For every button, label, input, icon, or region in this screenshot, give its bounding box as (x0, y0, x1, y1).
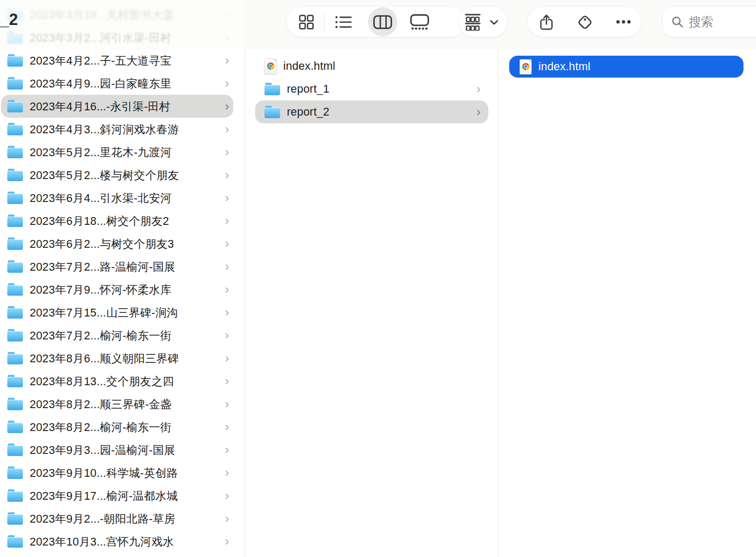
chevron-right-icon: › (222, 141, 232, 163)
folder-icon (7, 466, 23, 479)
file-name: report_1 (287, 83, 473, 96)
folder-icon (7, 398, 23, 410)
chevron-right-icon: › (222, 393, 232, 415)
view-switcher (286, 7, 466, 37)
tag-icon (576, 14, 594, 31)
column-view-icon (373, 15, 393, 30)
folder-icon (7, 444, 23, 456)
group-by-button[interactable] (458, 7, 508, 37)
folder-icon (7, 214, 23, 227)
column-folders: 2023年3月19...关村图书大厦 › 2023年3月2...河引水渠-田村 … (0, 3, 245, 553)
chevron-right-icon: › (222, 72, 232, 95)
more-button[interactable] (612, 10, 635, 33)
folder-row[interactable]: 2023年6月4...引水渠-北安河 › (0, 186, 245, 209)
file-name: 2023年8月6...顺义朝阳三界碑 (30, 351, 222, 366)
folder-row[interactable]: 2023年6月18...树交个朋友2 › (0, 209, 245, 232)
separator (324, 12, 325, 31)
folder-row[interactable]: 2023年5月2...楼与树交个朋友 › (0, 163, 245, 186)
file-name: index.html (538, 60, 746, 73)
folder-row[interactable]: 2023年9月3...园-温榆河-国展 › (0, 438, 245, 461)
folder-row[interactable]: 2023年7月2...路-温榆河-国展 › (0, 255, 245, 278)
folder-row[interactable]: report_1 › (245, 78, 498, 100)
file-name: 2023年8月2...顺三界碑-金盏 (30, 397, 222, 412)
file-name: 2023年9月17...榆河-温都水城 (30, 488, 222, 503)
folder-row[interactable]: 2023年9月17...榆河-温都水城 › (0, 484, 245, 507)
file-name: 2023年9月3...园-温榆河-国展 (30, 442, 222, 458)
folder-icon (264, 83, 280, 95)
ellipsis-icon (616, 20, 631, 24)
chevron-right-icon: › (222, 163, 232, 186)
file-name: 2023年7月2...路-温榆河-国展 (30, 259, 222, 274)
share-icon (539, 14, 554, 31)
chevron-down-icon (489, 19, 499, 26)
toolbar: _2 (0, 0, 756, 49)
folder-row[interactable]: 2023年8月13...交个朋友之四 › (0, 370, 245, 393)
file-name: 2023年4月2...子-五大道寻宝 (30, 53, 222, 68)
folder-row[interactable]: 2023年10月3...宫怀九河戏水 › (0, 530, 245, 553)
folder-icon (264, 106, 280, 118)
chevron-right-icon: › (222, 186, 232, 209)
file-name: 2023年6月18...树交个朋友2 (30, 213, 222, 229)
chevron-right-icon: › (222, 370, 232, 393)
search-icon (671, 16, 684, 29)
toolbar-background (0, 0, 245, 49)
chevron-right-icon: › (222, 507, 232, 530)
folder-row[interactable]: 2023年6月2...与树交个朋友3 › (0, 232, 245, 255)
chevron-right-icon: › (222, 415, 232, 438)
folder-row[interactable]: 2023年4月9...园-白家疃东里 › (0, 72, 245, 95)
file-name: 2023年6月2...与树交个朋友3 (30, 236, 222, 251)
chevron-right-icon: › (222, 347, 232, 370)
file-name: 2023年4月16...-永引渠-田村 (30, 99, 222, 114)
folder-row[interactable]: 2023年4月2...子-五大道寻宝 › (0, 49, 245, 72)
file-name: 2023年4月3...斜河涧戏水春游 (30, 122, 222, 137)
gallery-view-icon (410, 14, 430, 31)
folder-row[interactable]: 2023年7月15...山三界碑-涧沟 › (0, 301, 245, 324)
icon-view-button[interactable] (295, 10, 318, 33)
column-divider[interactable] (498, 49, 499, 557)
column-view-button[interactable] (371, 10, 394, 33)
folder-row[interactable]: report_2 › (245, 100, 498, 123)
chevron-right-icon: › (222, 301, 232, 324)
folder-icon (7, 169, 23, 181)
chevron-right-icon: › (222, 232, 232, 255)
tags-button[interactable] (573, 10, 596, 33)
folder-row[interactable]: 2023年9月10...科学城-英创路 › (0, 461, 245, 484)
file-name: 2023年8月13...交个朋友之四 (30, 374, 222, 389)
file-name: 2023年5月2...楼与树交个朋友 (30, 168, 222, 183)
folder-row[interactable]: 2023年7月9...怀河-怀柔水库 › (0, 278, 245, 301)
file-name: report_2 (287, 106, 473, 119)
chevron-right-icon: › (222, 118, 232, 141)
chevron-right-icon: › (222, 209, 232, 232)
file-name: 2023年7月15...山三界碑-涧沟 (30, 305, 222, 320)
column-preview: index.html › (498, 55, 756, 78)
folder-icon (7, 146, 23, 158)
file-name: 2023年10月3...宫怀九河戏水 (30, 534, 222, 549)
folder-row[interactable]: 2023年4月16...-永引渠-田村 › (0, 95, 245, 118)
folder-row[interactable]: 2023年5月2...里花木-九渡河 › (0, 141, 245, 163)
folder-icon (7, 352, 23, 364)
folder-icon (7, 260, 23, 273)
column-divider[interactable] (245, 49, 245, 557)
chevron-right-icon: › (222, 484, 232, 507)
chevron-right-icon: › (222, 324, 232, 347)
folder-row[interactable]: 2023年7月2...榆河-榆东一街 › (0, 324, 245, 347)
column-folder-contents: index.html › report_1 › report_2 › (245, 55, 498, 123)
share-button[interactable] (535, 10, 558, 33)
file-row[interactable]: index.html › (498, 55, 756, 78)
search-input[interactable]: 搜索 (663, 7, 756, 37)
list-view-button[interactable] (332, 10, 355, 33)
gallery-view-button[interactable] (408, 10, 431, 33)
file-name: index.html (283, 60, 473, 73)
folder-icon (7, 375, 23, 387)
folder-row[interactable]: 2023年8月6...顺义朝阳三界碑 › (0, 347, 245, 370)
file-row[interactable]: index.html › (245, 55, 498, 78)
folder-row[interactable]: 2023年8月2...榆河-榆东一街 › (0, 415, 245, 438)
folder-row[interactable]: 2023年8月2...顺三界碑-金盏 › (0, 393, 245, 415)
folder-icon (7, 192, 23, 204)
folder-row[interactable]: 2023年4月3...斜河涧戏水春游 › (0, 118, 245, 141)
chevron-right-icon: › (222, 278, 232, 301)
finder-window: 2023年3月19...关村图书大厦 › 2023年3月2...河引水渠-田村 … (0, 0, 756, 557)
file-name: 2023年7月2...榆河-榆东一街 (30, 328, 222, 343)
chevron-right-icon: › (222, 461, 232, 484)
folder-row[interactable]: 2023年9月2...-朝阳北路-草房 › (0, 507, 245, 530)
